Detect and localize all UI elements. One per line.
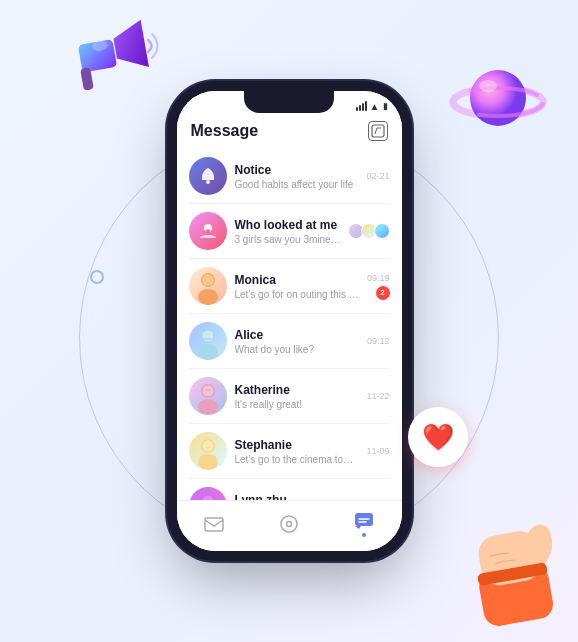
avatar [189, 487, 227, 500]
viewer-avatars [351, 223, 390, 239]
message-content: Lynn zhu [Picture] [235, 493, 382, 501]
message-content: Stephanie Let's go to the cinema togethe… [235, 438, 359, 465]
svg-point-20 [198, 344, 218, 360]
svg-point-26 [198, 454, 218, 470]
svg-marker-1 [111, 20, 149, 72]
list-item[interactable]: Katherine It's really great! 11-22 [177, 369, 402, 423]
svg-rect-12 [372, 125, 384, 137]
list-item[interactable]: Stephanie Let's go to the cinema togethe… [177, 424, 402, 478]
message-preview: Let's go to the cinema together [235, 454, 359, 465]
signal-bars [356, 101, 367, 111]
message-time: 09:19 [367, 273, 390, 283]
phone-notch [244, 91, 334, 113]
svg-point-35 [281, 516, 297, 532]
app-title: Message [191, 122, 259, 140]
message-meta [351, 223, 390, 239]
list-item[interactable]: Alice What do you like? 09:12 [177, 314, 402, 368]
message-preview: It's really great! [235, 399, 359, 410]
avatar [189, 267, 227, 305]
avatar [189, 212, 227, 250]
contact-name: Lynn zhu [235, 493, 382, 501]
planet-decoration [448, 50, 548, 150]
message-content: Monica Let's go for on outing this weeke… [235, 273, 359, 300]
list-item[interactable]: Who looked at me 3 girls saw you 3mine a… [177, 204, 402, 258]
viewer-avatar [374, 223, 390, 239]
avatar [189, 432, 227, 470]
svg-point-18 [202, 274, 214, 286]
contact-name: Notice [235, 163, 359, 177]
active-dot [362, 533, 366, 537]
message-list: Notice Good habits affect your life 02-2… [177, 149, 402, 500]
message-preview: Let's go for on outing this weekend- [235, 289, 359, 300]
message-preview: 3 girls saw you 3mine ago [235, 234, 343, 245]
message-meta: 11-09 [366, 446, 389, 456]
message-preview: Good habits affect your life [235, 179, 359, 190]
message-time: 02-21 [366, 171, 389, 181]
app-header: Message [177, 117, 402, 149]
battery-icon: ▮ [383, 101, 388, 111]
svg-point-13 [206, 180, 210, 184]
svg-point-23 [198, 399, 218, 415]
message-time: 09:12 [367, 336, 390, 346]
contact-name: Alice [235, 328, 359, 342]
megaphone-decoration [60, 10, 170, 120]
message-content: Alice What do you like? [235, 328, 359, 355]
avatar [189, 157, 227, 195]
hand-decoration [457, 506, 568, 642]
message-meta: 11-22 [366, 391, 389, 401]
message-preview: What do you like? [235, 344, 359, 355]
message-meta: 09:19 2 [367, 273, 390, 300]
wifi-icon: ▲ [370, 101, 380, 112]
bottom-nav [177, 500, 402, 551]
contact-name: Stephanie [235, 438, 359, 452]
svg-point-27 [202, 441, 213, 452]
svg-point-15 [206, 229, 210, 233]
unread-badge: 2 [376, 286, 390, 300]
nav-item-explore[interactable] [269, 512, 309, 536]
list-item[interactable]: Notice Good habits affect your life 02-2… [177, 149, 402, 203]
message-time: 11-09 [366, 446, 389, 456]
avatar [189, 377, 227, 415]
avatar [189, 322, 227, 360]
signal-bar-1 [356, 107, 358, 111]
contact-name: Katherine [235, 383, 359, 397]
orbit-dot [90, 270, 104, 284]
signal-bar-3 [362, 103, 364, 111]
phone-frame: ▲ ▮ Message [177, 91, 402, 551]
phone-wrapper: ▲ ▮ Message [177, 91, 402, 551]
phone-screen: ▲ ▮ Message [177, 91, 402, 551]
message-content: Katherine It's really great! [235, 383, 359, 410]
edit-button[interactable] [368, 121, 388, 141]
list-item[interactable]: Monica Let's go for on outing this weeke… [177, 259, 402, 313]
signal-bar-2 [359, 105, 361, 111]
list-item[interactable]: Lynn zhu [Picture] [177, 479, 402, 500]
svg-rect-34 [205, 518, 223, 531]
contact-name: Who looked at me [235, 218, 343, 232]
message-meta: 09:12 [367, 336, 390, 346]
nav-item-mail[interactable] [194, 513, 234, 535]
contact-name: Monica [235, 273, 359, 287]
svg-point-7 [479, 80, 497, 92]
nav-item-messages[interactable] [344, 509, 384, 539]
message-content: Who looked at me 3 girls saw you 3mine a… [235, 218, 343, 245]
message-time: 11-22 [366, 391, 389, 401]
signal-bar-4 [365, 101, 367, 111]
message-content: Notice Good habits affect your life [235, 163, 359, 190]
status-icons: ▲ ▮ [356, 101, 388, 112]
svg-point-36 [287, 522, 292, 527]
message-meta: 02-21 [366, 171, 389, 181]
heart-decoration: ❤️ [408, 407, 468, 467]
